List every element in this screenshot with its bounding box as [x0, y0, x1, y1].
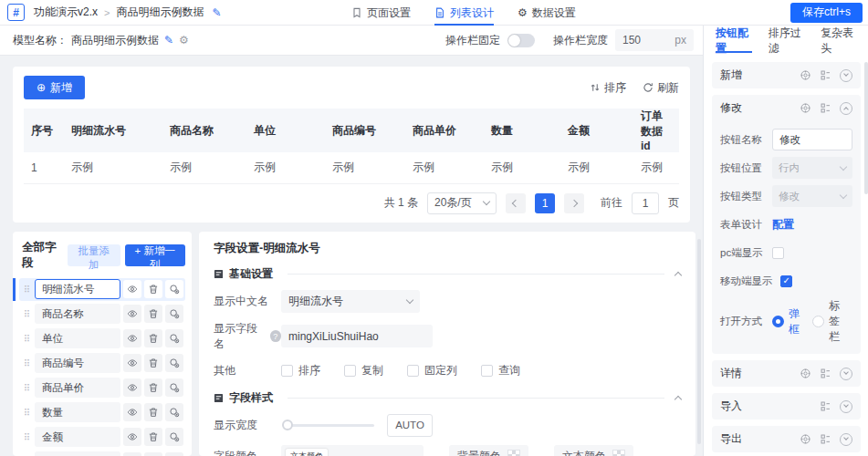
drag-handle-icon[interactable]: ⠿ — [21, 285, 32, 295]
section-basic-header[interactable]: 基础设置 — [214, 266, 681, 283]
column-header[interactable]: 金额 — [560, 109, 633, 152]
relation-icon[interactable] — [165, 452, 183, 456]
field-name-input[interactable] — [35, 353, 120, 373]
tab-complex-header[interactable]: 复杂表头 — [821, 26, 857, 56]
cn-name-select[interactable]: 明细流水号 — [281, 290, 420, 313]
field-row[interactable]: ⠿ — [19, 327, 185, 350]
breadcrumb-app[interactable]: 功能演示v2.x — [34, 5, 98, 20]
accordion-header[interactable]: 导出 — [712, 426, 861, 452]
trash-icon[interactable] — [144, 329, 162, 347]
column-header[interactable]: 序号 — [24, 109, 64, 152]
eye-icon[interactable] — [123, 354, 141, 372]
chevron-down-circle-icon[interactable] — [840, 368, 852, 380]
checkbox[interactable] — [481, 365, 493, 377]
relation-icon[interactable] — [165, 428, 183, 446]
prev-page-button[interactable] — [506, 193, 526, 213]
chevron-down-circle-icon[interactable] — [840, 433, 852, 446]
text-color-button[interactable]: 文本颜色 — [554, 445, 633, 456]
field-row[interactable]: ⠿ — [19, 303, 185, 326]
chevron-up-circle-icon[interactable] — [840, 102, 852, 115]
column-header[interactable]: 数量 — [484, 109, 560, 152]
relation-icon[interactable] — [165, 378, 183, 397]
section-style-header[interactable]: 字段样式 — [214, 390, 681, 407]
drag-handle-icon[interactable]: ⠿ — [21, 383, 32, 393]
accordion-header[interactable]: 新增 — [712, 62, 861, 88]
field-row[interactable]: ⠿ — [19, 377, 185, 399]
eye-icon[interactable] — [123, 280, 141, 298]
relation-icon[interactable] — [165, 329, 183, 347]
current-page[interactable]: 1 — [535, 193, 555, 213]
option-fixed[interactable]: 固定列 — [407, 363, 457, 378]
eye-icon[interactable] — [123, 305, 141, 323]
form-config-icon[interactable] — [820, 102, 831, 114]
eye-icon[interactable] — [123, 403, 141, 421]
drag-handle-icon[interactable]: ⠿ — [21, 432, 32, 442]
chevron-down-circle-icon[interactable] — [840, 400, 852, 413]
accordion-header[interactable]: 修改 — [712, 95, 861, 121]
button-name-input[interactable] — [772, 129, 852, 150]
drag-handle-icon[interactable]: ⠿ — [21, 309, 32, 319]
nav-page-settings[interactable]: 页面设置 — [351, 0, 411, 26]
help-icon[interactable] — [270, 330, 281, 342]
background-color-button[interactable]: 背景颜色 — [449, 445, 528, 456]
color-swatch[interactable] — [612, 450, 625, 456]
option-copy[interactable]: 复制 — [344, 363, 383, 378]
slider-handle[interactable] — [282, 420, 293, 430]
trash-icon[interactable] — [144, 403, 162, 421]
table-row[interactable]: 1 示例 示例 示例 示例 示例 示例 示例 示例 — [24, 152, 679, 183]
page-size-select[interactable]: 20条/页 — [427, 192, 497, 214]
opbar-width-input[interactable] — [622, 34, 664, 47]
form-design-configure-link[interactable]: 配置 — [772, 217, 794, 233]
color-swatch[interactable] — [507, 450, 520, 456]
field-name-box[interactable]: mingXiLiuShuiHao — [281, 325, 433, 347]
field-row[interactable]: ⠿ — [19, 352, 185, 375]
batch-add-button[interactable]: 批量添加 — [68, 244, 120, 266]
add-column-button[interactable]: + 新增一列 — [125, 244, 185, 266]
drag-handle-icon[interactable]: ⠿ — [21, 408, 32, 418]
option-sort[interactable]: 排序 — [281, 363, 320, 378]
breadcrumb-page[interactable]: 商品明细示例数据 — [116, 5, 204, 20]
checkbox[interactable] — [344, 365, 356, 377]
eye-icon[interactable] — [123, 452, 141, 456]
goto-page-input[interactable] — [632, 192, 659, 214]
button-position-select[interactable]: 行内 — [772, 157, 852, 179]
field-row[interactable]: ⠿ — [19, 426, 185, 449]
field-row[interactable]: ⠿ — [19, 451, 185, 456]
chevron-down-circle-icon[interactable] — [840, 69, 852, 82]
collapse-icon[interactable] — [675, 396, 682, 403]
width-slider[interactable] — [281, 424, 374, 427]
trash-icon[interactable] — [144, 354, 162, 372]
condition-icon[interactable] — [800, 69, 811, 81]
field-name-input[interactable] — [35, 279, 120, 299]
field-name-input[interactable] — [35, 451, 120, 456]
form-config-icon[interactable] — [820, 400, 831, 412]
accordion-header[interactable]: 详情 — [712, 360, 861, 387]
add-record-button[interactable]: ⊕ 新增 — [24, 76, 85, 99]
relation-icon[interactable] — [165, 305, 183, 323]
open-mode-popup[interactable]: 弹框 — [772, 306, 800, 337]
app-logo[interactable]: # — [7, 4, 25, 21]
nav-list-design[interactable]: 列表设计 — [434, 0, 494, 26]
open-mode-tab[interactable]: 标签栏 — [812, 298, 840, 345]
form-config-icon[interactable] — [820, 69, 831, 81]
save-button[interactable]: 保存ctrl+s — [790, 3, 863, 23]
column-header[interactable]: 商品名称 — [162, 109, 246, 152]
form-config-icon[interactable] — [820, 368, 831, 379]
trash-icon[interactable] — [144, 378, 162, 397]
relation-icon[interactable] — [165, 280, 183, 298]
edit-pencil-icon[interactable]: ✎ — [212, 6, 221, 19]
trash-icon[interactable] — [144, 428, 162, 446]
refresh-button[interactable]: 刷新 — [643, 80, 679, 96]
condition-icon[interactable] — [800, 368, 811, 379]
model-edit-pencil-icon[interactable]: ✎ — [164, 34, 173, 47]
field-name-input[interactable] — [35, 427, 120, 447]
option-query[interactable]: 查询 — [481, 363, 520, 378]
tab-button-config[interactable]: 按钮配置 — [716, 26, 752, 56]
field-color-input[interactable]: 文本颜色 — [281, 445, 424, 456]
button-type-select[interactable]: 修改 — [772, 185, 852, 207]
right-scrollbar[interactable] — [864, 62, 868, 194]
field-name-input[interactable] — [35, 378, 120, 398]
opbar-fixed-toggle[interactable] — [507, 34, 535, 47]
mobile-display-checkbox[interactable] — [780, 275, 792, 287]
drag-handle-icon[interactable]: ⠿ — [21, 334, 32, 344]
